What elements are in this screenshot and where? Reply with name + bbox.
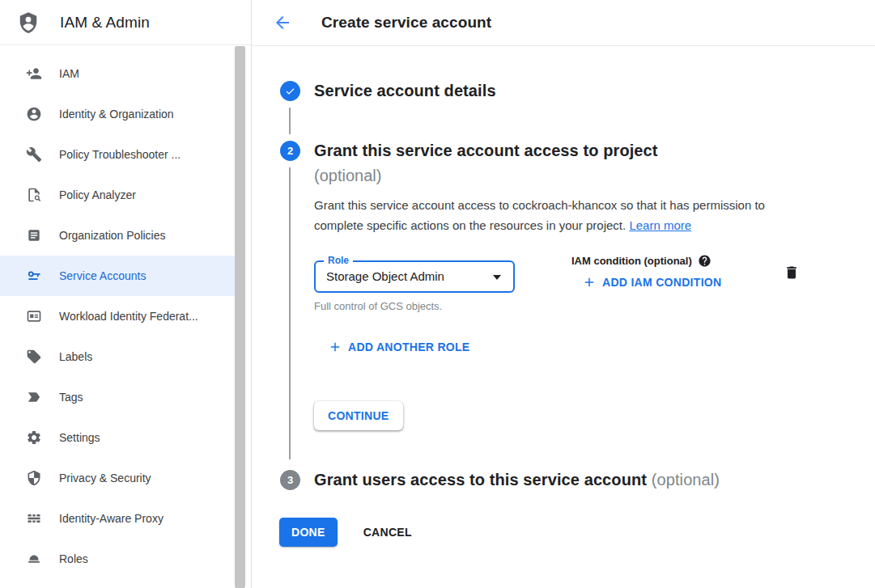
- person-add-icon: [26, 66, 42, 82]
- step-connector: [289, 167, 291, 459]
- app-title: IAM & Admin: [60, 14, 150, 32]
- shield-half-icon: [26, 470, 42, 486]
- wrench-icon: [26, 146, 42, 163]
- sidebar-item-organization-policies[interactable]: Organization Policies: [0, 215, 235, 256]
- sidebar-item-label: Labels: [59, 350, 92, 363]
- sidebar-scrollbar[interactable]: [235, 46, 245, 588]
- sidebar-header: IAM & Admin: [0, 0, 251, 45]
- sidebar-item-label: Workload Identity Federat...: [59, 310, 198, 323]
- step-2-body: Grant this service account access to coc…: [314, 195, 800, 430]
- add-another-role-label: ADD ANOTHER ROLE: [348, 341, 470, 353]
- sidebar-item-label: Settings: [59, 431, 100, 444]
- back-arrow-icon[interactable]: [273, 13, 292, 32]
- proxy-grid-icon: [26, 510, 42, 527]
- role-helper-text: Full control of GCS objects.: [314, 300, 571, 312]
- plus-icon: [328, 340, 342, 354]
- sidebar-item-label: Policy Analyzer: [59, 188, 136, 201]
- tag-arrow-icon: [26, 389, 42, 405]
- main-header: Create service account: [252, 0, 875, 46]
- continue-button[interactable]: CONTINUE: [314, 401, 403, 430]
- page-title: Create service account: [321, 14, 491, 32]
- step-2-optional-label: (optional): [314, 163, 658, 188]
- sidebar-item-labels[interactable]: Labels: [0, 336, 235, 377]
- add-iam-condition-button[interactable]: ADD IAM CONDITION: [582, 275, 721, 290]
- plus-icon: [582, 275, 597, 290]
- step-3-header: 3 Grant users access to this service acc…: [280, 470, 720, 490]
- sidebar-item-label: Policy Troubleshooter ...: [59, 148, 181, 161]
- sidebar-item-label: Tags: [59, 391, 83, 404]
- sidebar-item-privacy-security[interactable]: Privacy & Security: [0, 458, 235, 498]
- sidebar-item-service-accounts[interactable]: Service Accounts: [0, 256, 235, 296]
- iam-condition-column: IAM condition (optional) ADD IAM CONDITI…: [571, 254, 775, 312]
- service-account-key-icon: [26, 268, 42, 284]
- doc-lines-icon: [26, 227, 42, 243]
- id-card-icon: [26, 308, 42, 324]
- sidebar: IAM & Admin IAM Identity & Organization …: [0, 0, 252, 588]
- sidebar-item-tags[interactable]: Tags: [0, 377, 235, 417]
- sidebar-nav: IAM Identity & Organization Policy Troub…: [0, 45, 251, 579]
- role-select[interactable]: Role Storage Object Admin: [314, 260, 515, 293]
- sidebar-item-label: IAM: [59, 67, 79, 80]
- sidebar-item-policy-troubleshooter[interactable]: Policy Troubleshooter ...: [0, 134, 235, 175]
- role-select-label: Role: [324, 255, 353, 266]
- step-2-title: Grant this service account access to pro…: [314, 138, 658, 163]
- sidebar-item-label: Identity-Aware Proxy: [59, 512, 164, 525]
- sidebar-item-workload-identity-federation[interactable]: Workload Identity Federat...: [0, 296, 235, 336]
- doc-search-icon: [26, 187, 42, 203]
- sidebar-item-policy-analyzer[interactable]: Policy Analyzer: [0, 175, 235, 215]
- role-select-value: Storage Object Admin: [316, 262, 513, 291]
- account-circle-icon: [26, 106, 42, 122]
- iam-admin-page: IAM & Admin IAM Identity & Organization …: [0, 0, 875, 588]
- gear-icon: [26, 429, 42, 446]
- sidebar-item-identity-aware-proxy[interactable]: Identity-Aware Proxy: [0, 498, 235, 539]
- sidebar-item-label: Service Accounts: [59, 269, 146, 282]
- delete-role-trash-icon[interactable]: [784, 264, 800, 281]
- step-2-description: Grant this service account access to coc…: [314, 195, 800, 235]
- sidebar-item-label: Privacy & Security: [59, 472, 151, 484]
- cancel-button[interactable]: CANCEL: [350, 518, 425, 547]
- step-3-optional-label: (optional): [652, 471, 720, 489]
- learn-more-link[interactable]: Learn more: [629, 218, 691, 232]
- sidebar-item-label: Roles: [59, 552, 88, 565]
- step-3-title: Grant users access to this service accou…: [314, 471, 720, 489]
- step-2-header: 2 Grant this service account access to p…: [280, 138, 658, 188]
- step-1-service-account-details: Service account details: [280, 81, 496, 101]
- add-another-role-button[interactable]: ADD ANOTHER ROLE: [328, 340, 470, 354]
- sidebar-item-identity-organization[interactable]: Identity & Organization: [0, 94, 235, 134]
- help-icon[interactable]: [698, 254, 711, 268]
- hard-hat-icon: [26, 551, 42, 567]
- role-column: Role Storage Object Admin Full control o…: [314, 254, 571, 312]
- description-text: Grant this service account access to coc…: [314, 198, 765, 232]
- step-1-completed-check-icon: [280, 81, 300, 101]
- sidebar-item-iam[interactable]: IAM: [0, 53, 235, 94]
- stepper-content: Service account details 2 Grant this ser…: [252, 46, 875, 588]
- sidebar-item-label: Organization Policies: [59, 229, 166, 242]
- role-row: Role Storage Object Admin Full control o…: [314, 254, 800, 312]
- add-iam-condition-label: ADD IAM CONDITION: [602, 276, 721, 289]
- done-button[interactable]: DONE: [279, 518, 338, 547]
- iam-shield-logo-icon: [16, 11, 40, 35]
- sidebar-item-roles[interactable]: Roles: [0, 539, 235, 579]
- step-1-title: Service account details: [314, 82, 496, 100]
- main-panel: Create service account Service account d…: [252, 0, 875, 588]
- sidebar-item-label: Identity & Organization: [59, 108, 174, 121]
- form-actions: DONE CANCEL: [279, 518, 425, 547]
- step-3-title-text: Grant users access to this service accou…: [314, 471, 647, 489]
- step-3-number-badge: 3: [280, 470, 300, 490]
- step-2-number-badge: 2: [280, 141, 300, 161]
- dropdown-caret-icon: [493, 275, 501, 280]
- label-tag-icon: [26, 349, 42, 365]
- iam-condition-label: IAM condition (optional): [571, 255, 692, 267]
- step-connector: [289, 108, 291, 134]
- sidebar-item-settings[interactable]: Settings: [0, 417, 235, 458]
